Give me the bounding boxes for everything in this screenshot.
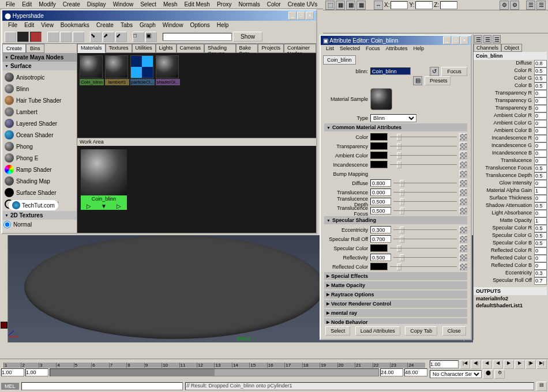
color-swatch[interactable] xyxy=(370,142,388,150)
channel-icon[interactable]: ☰ xyxy=(474,35,482,43)
hypershade-titlebar[interactable]: ⬤ Hypershade _ □ × xyxy=(2,10,316,21)
menu-item[interactable]: List xyxy=(323,45,337,53)
channel-name[interactable]: Specular Color G xyxy=(474,232,534,240)
menu-item[interactable]: Options xyxy=(186,21,213,30)
attribute-slider[interactable] xyxy=(393,207,457,214)
channel-value[interactable]: 1 xyxy=(534,217,547,225)
channel-value[interactable]: 0.8 xyxy=(534,60,547,67)
toggle-icon[interactable]: ↔ xyxy=(374,1,383,10)
channel-value[interactable]: 0.3 xyxy=(534,270,547,277)
color-swatch[interactable] xyxy=(370,133,388,141)
channel-value[interactable]: 0 xyxy=(534,210,547,217)
menu-item[interactable]: File xyxy=(2,0,18,9)
playback-start-input[interactable] xyxy=(25,368,48,376)
material-tab[interactable]: Cameras xyxy=(177,44,205,53)
channel-name[interactable]: Translucence Depth xyxy=(474,172,534,180)
channel-value[interactable]: 0 xyxy=(534,135,547,142)
channel-name[interactable]: Incandescence R xyxy=(474,135,534,142)
attribute-slider[interactable] xyxy=(393,189,457,196)
color-swatch[interactable] xyxy=(370,161,388,168)
menu-item[interactable]: Help xyxy=(213,21,232,30)
shader-item[interactable]: Layered Shader xyxy=(3,118,76,129)
tool-icon[interactable]: ☰ xyxy=(526,1,535,10)
specular-shading-section[interactable]: Specular Shading xyxy=(324,216,467,224)
maximize-button[interactable]: □ xyxy=(297,12,305,20)
map-button[interactable] xyxy=(459,226,467,233)
attr-editor-titlebar[interactable]: ▣ Attribute Editor: Coin_blinn _ □ × xyxy=(321,36,471,45)
menu-item[interactable]: File xyxy=(5,21,21,30)
attribute-section[interactable]: Special Effects xyxy=(324,272,467,280)
prev-key-button[interactable]: ◀ xyxy=(482,360,492,369)
channel-value[interactable]: 0.7 xyxy=(534,277,547,285)
shader-item[interactable]: Shading Map xyxy=(3,175,76,187)
maximize-button[interactable]: □ xyxy=(452,36,460,44)
channel-name[interactable]: Color R xyxy=(474,67,534,75)
map-button[interactable] xyxy=(459,152,467,159)
channel-value[interactable]: 0 xyxy=(534,120,547,127)
graph-icon[interactable]: ⬈ xyxy=(103,32,114,42)
channels-tab[interactable]: Channels xyxy=(474,44,501,52)
range-end-input[interactable] xyxy=(404,368,427,376)
attribute-input[interactable] xyxy=(370,226,391,233)
play-right-icon[interactable]: ▷ xyxy=(117,203,121,209)
channel-name[interactable]: Light Absorbance xyxy=(474,210,534,217)
map-button[interactable] xyxy=(459,170,467,178)
channel-value[interactable]: 0 xyxy=(534,105,547,112)
y-input[interactable] xyxy=(415,1,433,9)
channel-name[interactable]: Ambient Color G xyxy=(474,120,534,127)
channel-value[interactable]: 0 xyxy=(534,180,547,187)
channel-value[interactable]: 0.5 xyxy=(534,75,547,82)
shader-item[interactable]: Phong E xyxy=(3,152,76,164)
attribute-slider[interactable] xyxy=(393,198,457,205)
channel-name[interactable]: Incandescence G xyxy=(474,142,534,150)
shader-item[interactable]: Lambert xyxy=(3,106,76,118)
material-tab[interactable]: Textures xyxy=(106,44,132,53)
tool-icon[interactable] xyxy=(47,32,59,42)
material-tab[interactable]: Materials xyxy=(77,44,106,53)
color-swatch[interactable] xyxy=(370,244,388,252)
attribute-input[interactable] xyxy=(370,254,391,261)
shader-item[interactable]: Ocean Shader xyxy=(3,129,76,141)
close-button[interactable]: × xyxy=(460,36,468,44)
channel-value[interactable]: 0.5 xyxy=(534,202,547,210)
shader-item[interactable]: Ramp Shader xyxy=(3,164,76,175)
attribute-slider[interactable] xyxy=(390,263,457,270)
minimize-button[interactable]: _ xyxy=(443,36,451,44)
menu-item[interactable]: Help xyxy=(411,45,427,53)
graph-icon[interactable]: ⬊ xyxy=(90,32,102,42)
surface-header[interactable]: Surface xyxy=(2,62,77,70)
attr-node-tab[interactable]: Coin_blinn xyxy=(323,55,356,65)
channel-name[interactable]: Glow Intensity xyxy=(474,180,534,187)
x-input[interactable] xyxy=(391,1,408,9)
menu-item[interactable]: Display xyxy=(84,0,110,9)
play-button[interactable]: ▶ xyxy=(504,360,514,369)
end-button[interactable]: ▶| xyxy=(536,360,547,369)
filter-input[interactable] xyxy=(163,33,232,41)
map-button[interactable] xyxy=(459,244,467,252)
channel-name[interactable]: Specular Roll Off xyxy=(474,277,534,285)
tool-icon[interactable] xyxy=(17,32,29,42)
channel-value[interactable]: 0.5 xyxy=(534,165,547,172)
tool-icon[interactable] xyxy=(60,32,72,42)
channel-name[interactable]: Surface Thickness xyxy=(474,195,534,202)
menu-item[interactable]: Normals xyxy=(235,0,263,9)
channel-value[interactable]: 0 xyxy=(534,142,547,150)
attribute-input[interactable] xyxy=(370,179,391,187)
channel-name[interactable]: Reflected Color R xyxy=(474,247,534,255)
menu-item[interactable]: Create xyxy=(93,21,117,30)
range-slider[interactable] xyxy=(50,368,379,376)
minimize-button[interactable]: _ xyxy=(288,12,296,20)
attribute-section[interactable]: Vector Renderer Control xyxy=(324,300,467,308)
channel-value[interactable]: 0 xyxy=(534,112,547,120)
map-button[interactable] xyxy=(459,207,467,214)
mel-label[interactable]: MEL xyxy=(1,383,19,390)
close-button[interactable]: × xyxy=(306,12,314,20)
attribute-slider[interactable] xyxy=(393,179,457,187)
channel-name[interactable]: Specular Color R xyxy=(474,225,534,232)
material-swatch[interactable]: lambert1 xyxy=(105,55,129,135)
channel-value[interactable]: 1 xyxy=(534,187,547,195)
menu-item[interactable]: Modify xyxy=(35,0,59,9)
time-slider[interactable]: 123456789101112131415161718192021222324 xyxy=(3,363,425,368)
channel-value[interactable]: 0.5 xyxy=(534,67,547,75)
channel-value[interactable]: 0 xyxy=(534,195,547,202)
